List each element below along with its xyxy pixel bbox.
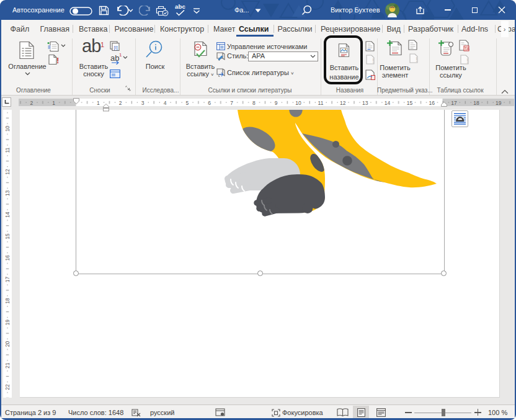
svg-text:2: 2 xyxy=(119,100,122,106)
svg-text:1: 1 xyxy=(97,100,100,106)
svg-text:5: 5 xyxy=(185,100,189,106)
svg-text:12: 12 xyxy=(4,169,11,175)
svg-text:13: 13 xyxy=(362,100,368,106)
svg-text:14: 14 xyxy=(385,100,391,106)
svg-text:10: 10 xyxy=(295,100,301,106)
svg-text:18: 18 xyxy=(4,298,11,304)
svg-text:7: 7 xyxy=(230,100,233,106)
svg-text:!: ! xyxy=(466,57,469,65)
svg-text:[i]: [i] xyxy=(114,45,118,50)
svg-text:18: 18 xyxy=(473,100,479,106)
svg-text:!: ! xyxy=(56,56,59,65)
svg-text:6: 6 xyxy=(208,100,211,106)
svg-text:13: 13 xyxy=(4,190,11,197)
svg-text:2: 2 xyxy=(30,100,33,106)
svg-text:TA: TA xyxy=(465,47,469,51)
svg-text:10: 10 xyxy=(4,126,11,132)
svg-text:11: 11 xyxy=(318,100,324,106)
svg-text:11: 11 xyxy=(4,148,11,153)
svg-text:22: 22 xyxy=(4,384,11,390)
svg-text:15: 15 xyxy=(4,233,11,239)
svg-text:4: 4 xyxy=(164,100,167,106)
svg-text:16: 16 xyxy=(4,255,11,261)
svg-text:17: 17 xyxy=(4,276,11,282)
svg-text:21: 21 xyxy=(4,362,11,369)
svg-text:15: 15 xyxy=(407,100,413,106)
svg-text:!: ! xyxy=(416,56,418,63)
svg-text:14: 14 xyxy=(4,212,11,218)
svg-text:8: 8 xyxy=(252,100,256,106)
svg-text:9: 9 xyxy=(275,100,278,106)
svg-text:3: 3 xyxy=(141,100,145,106)
svg-text:19: 19 xyxy=(496,100,502,106)
svg-text:1: 1 xyxy=(52,100,55,106)
svg-text:12: 12 xyxy=(340,100,346,106)
svg-text:17: 17 xyxy=(451,100,457,106)
svg-text:19: 19 xyxy=(4,319,11,326)
svg-text:20: 20 xyxy=(4,341,11,347)
svg-text:16: 16 xyxy=(429,100,435,106)
